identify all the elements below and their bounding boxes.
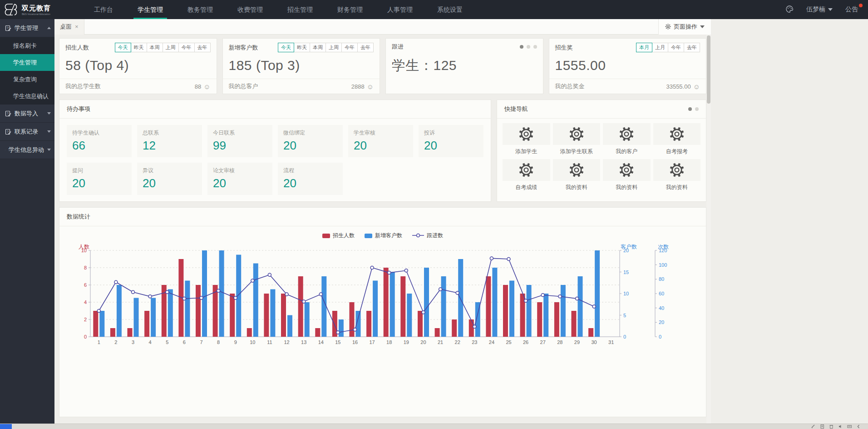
speaker-icon[interactable] bbox=[838, 424, 843, 429]
legend-item-1[interactable]: 新增客户数 bbox=[365, 232, 402, 239]
bar-recruit-day12 bbox=[281, 294, 286, 337]
quicknav-item-2[interactable]: 我的客户 bbox=[603, 123, 651, 156]
todo-item-5[interactable]: 投诉20 bbox=[419, 125, 483, 157]
todo-item-label: 待学生确认 bbox=[72, 129, 126, 137]
sidebar-group-1[interactable]: ?数据导入 bbox=[0, 105, 54, 123]
bar-recruit-day27 bbox=[537, 302, 542, 337]
bar-recruit-day14 bbox=[315, 328, 320, 337]
todo-item-3[interactable]: 微信绑定20 bbox=[278, 125, 343, 157]
topnav-item-5[interactable]: 财务管理 bbox=[325, 0, 375, 19]
period-button[interactable]: 本月 bbox=[636, 43, 652, 52]
period-button[interactable]: 本周 bbox=[310, 43, 326, 52]
gear-icon bbox=[518, 126, 534, 142]
period-button[interactable]: 上月 bbox=[652, 43, 668, 52]
todo-item-4[interactable]: 学生审核20 bbox=[348, 125, 413, 157]
sidebar-group-2[interactable]: ?联系记录 bbox=[0, 123, 54, 141]
period-button[interactable]: 今年 bbox=[342, 43, 358, 52]
svg-text:16: 16 bbox=[352, 339, 358, 345]
tab-desktop[interactable]: 桌面 × bbox=[54, 19, 84, 35]
period-button[interactable]: 本周 bbox=[147, 43, 163, 52]
pen-icon[interactable] bbox=[811, 424, 815, 429]
quicknav-item-4[interactable]: 自考成绩 bbox=[503, 159, 550, 192]
period-button[interactable]: 去年 bbox=[684, 43, 700, 52]
carousel-dot[interactable] bbox=[695, 107, 699, 111]
todo-item-1[interactable]: 总联系12 bbox=[137, 125, 202, 157]
sidebar-item-0-0[interactable]: 报名刷卡 bbox=[0, 37, 54, 54]
legend-item-0[interactable]: 招生人数 bbox=[322, 232, 355, 239]
line-marker-day22 bbox=[456, 291, 459, 294]
topnav-item-3[interactable]: 收费管理 bbox=[225, 0, 275, 19]
todo-item-2[interactable]: 今日联系99 bbox=[207, 125, 272, 157]
clipboard-icon[interactable] bbox=[820, 424, 824, 429]
todo-item-value: 99 bbox=[213, 139, 267, 153]
topnav-item-4[interactable]: 招生管理 bbox=[275, 0, 325, 19]
todo-item-9[interactable]: 流程20 bbox=[278, 163, 343, 195]
period-button[interactable]: 去年 bbox=[358, 43, 374, 52]
sidebar-item-0-2[interactable]: 复杂查询 bbox=[0, 71, 54, 88]
topnav-item-1[interactable]: 学生管理 bbox=[125, 0, 175, 19]
gear-icon bbox=[569, 162, 584, 178]
topnav-item-0[interactable]: 工作台 bbox=[82, 0, 125, 19]
period-button[interactable]: 上周 bbox=[326, 43, 342, 52]
carousel-dot[interactable] bbox=[688, 107, 692, 111]
theme-palette-icon[interactable] bbox=[785, 5, 794, 15]
carousel-dots bbox=[520, 45, 537, 49]
announcement-link[interactable]: 公告 bbox=[845, 5, 858, 14]
taskbar bbox=[0, 424, 868, 429]
todo-item-7[interactable]: 异议20 bbox=[137, 163, 202, 195]
sidebar-group-0[interactable]: ?学生管理 bbox=[0, 19, 54, 37]
period-button[interactable]: 今天 bbox=[115, 43, 131, 52]
page-actions-button[interactable]: 页面操作 bbox=[658, 19, 711, 35]
kpi-card-title: 招生奖 bbox=[555, 44, 573, 52]
sidebar-group-3[interactable]: ?学生信息异动 bbox=[0, 141, 54, 159]
period-button[interactable]: 上周 bbox=[163, 43, 179, 52]
quicknav-item-0[interactable]: 添加学生 bbox=[503, 123, 550, 156]
quicknav-item-1[interactable]: 添加学生联系 bbox=[553, 123, 601, 156]
gear-icon bbox=[665, 24, 671, 30]
scrollbar-track[interactable] bbox=[706, 35, 711, 424]
todo-item-6[interactable]: 提问20 bbox=[67, 163, 132, 195]
period-button[interactable]: 昨天 bbox=[294, 43, 310, 52]
topnav-item-7[interactable]: 系统设置 bbox=[425, 0, 475, 19]
carousel-dot[interactable] bbox=[520, 45, 523, 49]
bar-recruit-day19 bbox=[400, 276, 405, 337]
brand-logo[interactable]: 双元教育 BES Vocational Education bbox=[0, 3, 82, 16]
carousel-dot[interactable] bbox=[533, 45, 537, 49]
svg-text:2: 2 bbox=[84, 317, 87, 322]
carousel-dot[interactable] bbox=[527, 45, 530, 49]
svg-text:23: 23 bbox=[472, 339, 477, 345]
trash-icon[interactable] bbox=[829, 424, 833, 429]
sidebar-item-0-3[interactable]: 学生信息确认 bbox=[0, 88, 54, 105]
scrollbar-thumb[interactable] bbox=[707, 35, 710, 104]
bar-recruit-day7 bbox=[196, 285, 201, 337]
svg-text:12: 12 bbox=[284, 339, 289, 345]
topnav-item-2[interactable]: 教务管理 bbox=[175, 0, 225, 19]
todo-item-value: 20 bbox=[283, 176, 337, 190]
legend-item-2[interactable]: 跟进数 bbox=[412, 232, 443, 239]
period-button[interactable]: 去年 bbox=[195, 43, 211, 52]
legend-swatch bbox=[322, 234, 330, 238]
period-button[interactable]: 昨天 bbox=[131, 43, 147, 52]
user-name: 伍梦楠 bbox=[806, 5, 825, 14]
user-menu[interactable]: 伍梦楠 bbox=[806, 5, 833, 14]
quicknav-item-7[interactable]: 我的资料 bbox=[653, 159, 701, 192]
chevron-down-icon bbox=[700, 25, 705, 28]
quicknav-item-label: 添加学生 bbox=[503, 145, 550, 156]
svg-text:15: 15 bbox=[335, 339, 340, 345]
period-button[interactable]: 今年 bbox=[179, 43, 195, 52]
quicknav-item-5[interactable]: 我的资料 bbox=[553, 159, 601, 192]
sidebar-item-0-1[interactable]: 学生管理 bbox=[0, 54, 54, 71]
quicknav-item-6[interactable]: 我的资料 bbox=[603, 159, 651, 192]
taskbar-start-button[interactable] bbox=[0, 424, 12, 429]
todo-item-8[interactable]: 论文审核20 bbox=[207, 163, 272, 195]
bar-customer-day4 bbox=[151, 298, 156, 337]
keyboard-icon[interactable] bbox=[847, 424, 852, 429]
todo-item-0[interactable]: 待学生确认66 bbox=[67, 125, 132, 157]
period-button[interactable]: 今天 bbox=[278, 43, 294, 52]
period-button[interactable]: 今年 bbox=[668, 43, 684, 52]
kpi-card-value: 185 (Top 3) bbox=[223, 54, 380, 79]
chevron-left-icon[interactable] bbox=[856, 424, 861, 429]
tab-close-icon[interactable]: × bbox=[75, 23, 79, 30]
quicknav-item-3[interactable]: 自考报考 bbox=[653, 123, 701, 156]
topnav-item-6[interactable]: 人事管理 bbox=[375, 0, 425, 19]
